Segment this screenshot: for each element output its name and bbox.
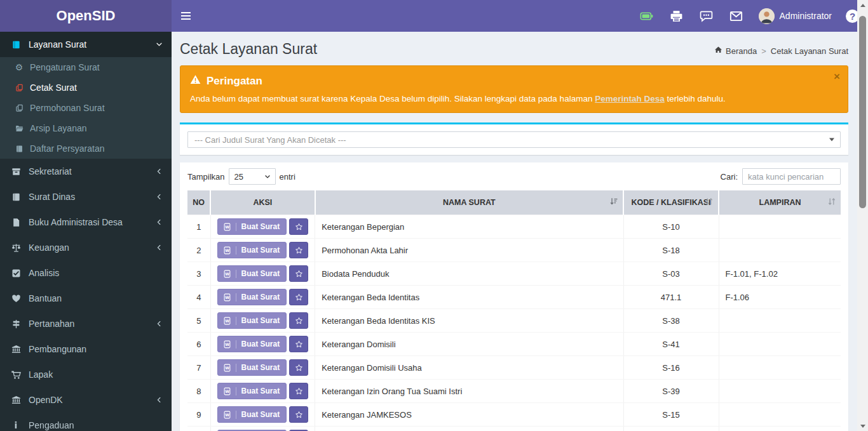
buat-surat-button[interactable]: WBuat Surat [217,242,287,258]
favorite-button[interactable] [289,406,308,423]
cell-aksi: WBuat Surat [210,356,315,380]
cell-no: 6 [187,333,210,356]
column-header-no: NO [187,190,210,215]
table-search-input[interactable] [742,168,841,185]
favorite-button[interactable] [289,312,308,329]
battery-icon[interactable] [632,0,661,32]
sidebar-item-surat-dinas[interactable]: Surat Dinas [0,184,172,209]
column-header-kode-klasifikasi[interactable]: KODE / KLASIFIKASI [623,190,719,215]
book-icon [10,192,22,202]
cell-aksi: WBuat Surat [210,333,315,356]
sidebar: Layanan Surat ⚙ Pengaturan Surat Cetak S… [0,32,172,431]
letter-title-select[interactable]: --- Cari Judul Surat Yang Akan Dicetak -… [187,131,841,148]
cell-no: 10 [187,427,210,431]
sidebar-item-pengaduan[interactable]: i Pengaduan [0,413,172,431]
cell-nama-surat: Keterangan Bepergian [315,215,623,239]
column-header-lampiran[interactable]: LAMPIRAN [719,190,841,215]
favorite-button[interactable] [289,265,308,282]
info-icon: i [10,420,22,430]
table-row: 4 WBuat Surat Keterangan Beda Identitas … [187,286,841,309]
sidebar-item-pembangunan[interactable]: Pembangunan [0,336,172,362]
sidebar-item-bantuan[interactable]: Bantuan [0,286,172,311]
sidebar-item-arsip-layanan[interactable]: Arsip Layanan [0,118,172,138]
breadcrumb: Beranda > Cetak Layanan Surat [714,46,848,56]
folder-icon [13,124,25,133]
buat-surat-button[interactable]: WBuat Surat [217,383,287,399]
sidebar-item-cetak-surat[interactable]: Cetak Surat [0,77,172,98]
sidebar-item-label: Pertanahan [29,319,74,329]
favorite-button[interactable] [289,359,308,376]
chat-icon[interactable] [691,0,721,32]
buat-surat-button[interactable]: WBuat Surat [217,289,287,305]
warning-triangle-icon [190,74,201,88]
sidebar-item-label: Cetak Surat [30,83,77,93]
cell-aksi: WBuat Surat [210,309,315,333]
gear-icon: ⚙ [13,62,25,72]
sidebar-item-pertanahan[interactable]: Pertanahan [0,311,172,336]
sidebar-item-pengaturan-surat[interactable]: ⚙ Pengaturan Surat [0,57,172,77]
cell-lampiran: F-1.06 [719,286,841,309]
star-icon [295,293,303,302]
cell-kode: S-38 [623,309,719,333]
buat-surat-button[interactable]: WBuat Surat [217,336,287,352]
word-file-icon: W [223,317,236,325]
cell-lampiran: F-1.01, F-1.02 [719,262,841,286]
svg-text:W: W [225,224,229,229]
favorite-button[interactable] [289,242,308,258]
buat-surat-button[interactable]: WBuat Surat [217,406,287,423]
alert-close-button[interactable]: × [834,71,840,82]
cell-nama-surat: Permohonan Akta Lahir [315,239,623,262]
favorite-button[interactable] [289,218,308,235]
scrollbar-down-arrow[interactable] [857,421,868,431]
sidebar-item-daftar-persyaratan[interactable]: Daftar Persyaratan [0,138,172,159]
sidebar-toggle-button[interactable] [172,0,200,32]
sidebar-item-analisis[interactable]: Analisis [0,260,172,286]
navbar-right: Administrator ? [632,0,868,32]
buat-surat-button[interactable]: WBuat Surat [217,312,287,329]
star-icon [295,270,303,278]
cell-nama-surat: Keterangan JAMKESOS [315,403,623,427]
cell-aksi: WBuat Surat [210,262,315,286]
submenu-layanan-surat: ⚙ Pengaturan Surat Cetak Surat Permohona… [0,57,172,159]
sidebar-item-layanan-surat[interactable]: Layanan Surat [0,32,172,57]
favorite-button[interactable] [289,336,308,352]
table-row: 7 WBuat Surat Keterangan Domisili Usaha … [187,356,841,380]
sidebar-item-sekretariat[interactable]: Sekretariat [0,159,172,184]
cell-kode: S-15 [623,403,719,427]
app-logo[interactable]: OpenSID [0,0,172,32]
column-header-aksi: AKSI [210,190,315,215]
scrollbar-up-arrow[interactable] [857,0,868,10]
alert-message: Anda belum dapat membuat surat karena Ke… [190,94,838,103]
cell-aksi: WBuat Surat [210,215,315,239]
sidebar-item-label: Pengaduan [29,420,74,430]
sidebar-item-keuangan[interactable]: Keuangan [0,235,172,260]
cell-lampiran [719,239,841,262]
printer-icon[interactable] [661,0,691,32]
table-row: 8 WBuat Surat Keterangan Izin Orang Tua … [187,380,841,403]
cell-nama-surat: Keterangan Beda Identitas [315,286,623,309]
user-menu[interactable]: Administrator [751,8,839,24]
sort-active-icon [609,197,618,208]
envelope-icon[interactable] [721,0,751,32]
chevron-down-icon [156,41,163,48]
buat-surat-button[interactable]: WBuat Surat [217,265,287,282]
cell-no: 5 [187,309,210,333]
sort-both-icon [827,197,836,208]
pemerintah-desa-link[interactable]: Pemerintah Desa [595,94,665,103]
column-header-nama-surat[interactable]: NAMA SURAT [315,190,623,215]
favorite-button[interactable] [289,289,308,305]
scrollbar-thumb[interactable] [859,16,866,208]
buat-surat-button[interactable]: WBuat Surat [217,218,287,235]
sidebar-item-permohonan-surat[interactable]: Permohonan Surat [0,98,172,118]
page-scrollbar[interactable] [857,0,868,431]
show-label: Tampilkan [187,172,225,182]
cell-aksi: WBuat Surat [210,403,315,427]
star-icon [295,223,303,231]
sidebar-item-buku-administrasi-desa[interactable]: Buku Administrasi Desa [0,209,172,235]
sidebar-item-opendk[interactable]: OpenDK [0,387,172,413]
breadcrumb-home[interactable]: Beranda [714,46,757,56]
favorite-button[interactable] [289,383,308,399]
page-size-select[interactable]: 25 [229,168,276,185]
buat-surat-button[interactable]: WBuat Surat [217,359,287,376]
sidebar-item-lapak[interactable]: Lapak [0,362,172,387]
